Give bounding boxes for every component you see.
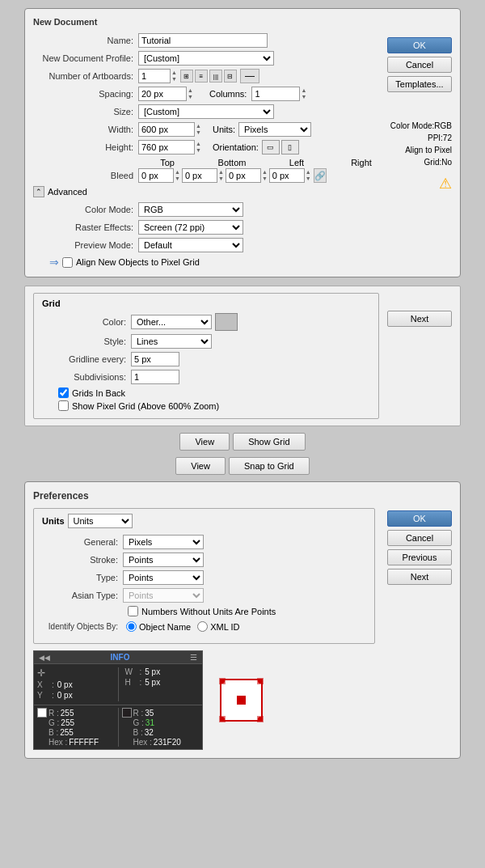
g1-value: 255 [61, 718, 74, 727]
view-snap-grid-row: View Snap to Grid [0, 457, 485, 475]
prefs-next-button[interactable]: Next [387, 569, 452, 585]
units-dropdown[interactable]: Units [68, 514, 133, 528]
grid-color-row: Color: Other... [42, 313, 370, 331]
stroke-select[interactable]: Points [123, 553, 204, 567]
height-input[interactable] [138, 140, 195, 155]
r2-value: 35 [145, 709, 154, 718]
asian-type-row: Asian Type: Points [42, 588, 366, 603]
minus-button[interactable]: — [240, 69, 259, 83]
r2-label: R : [133, 709, 144, 718]
lock-icon[interactable]: 🔗 [314, 168, 327, 183]
width-label: Width: [33, 125, 138, 134]
align-arrow-icon: ⇒ [49, 256, 59, 269]
grid-icon[interactable]: ⊞ [180, 70, 193, 83]
r1-label: R : [48, 709, 59, 718]
general-select[interactable]: Pixels [123, 535, 204, 549]
columns-spinner[interactable]: ▲ ▼ [301, 87, 306, 100]
info-menu-icon[interactable]: ☰ [190, 653, 197, 662]
row-icon[interactable]: ≡ [195, 70, 208, 83]
raster-select[interactable]: Screen (72 ppi) [138, 220, 243, 235]
view-button-2[interactable]: View [175, 457, 226, 475]
identify-label: Identify Objects By: [42, 622, 123, 631]
object-name-option: Object Name [126, 621, 191, 632]
numbers-label: Numbers Without Units Are Points [141, 607, 276, 616]
width-input[interactable] [138, 122, 195, 137]
x-value: 0 px [57, 680, 73, 689]
grid-subdivisions-row: Subdivisions: [42, 370, 370, 384]
grid-style-row: Style: Lines [42, 334, 370, 349]
info-g1-row: G : 255 [37, 718, 115, 727]
color-mode-label: Color Mode: [33, 205, 138, 214]
type-select[interactable]: Points [123, 570, 204, 585]
prefs-title: Preferences [33, 490, 452, 502]
preview-select[interactable]: Default [138, 238, 243, 252]
align-checkbox[interactable] [62, 257, 73, 268]
landscape-button[interactable]: ▯ [281, 140, 299, 155]
bleed-left-label: Left [272, 158, 321, 167]
grid-color-select[interactable]: Other... [131, 315, 212, 329]
bleed-bottom-input[interactable] [182, 168, 217, 183]
units-fieldset: Units Units General: Pixels Stroke: Poin… [33, 508, 375, 644]
bleed-left-input[interactable] [226, 168, 261, 183]
w-value: 5 px [145, 667, 160, 676]
ok-button[interactable]: OK [387, 37, 452, 53]
show-grid-button[interactable]: Show Grid [233, 433, 305, 451]
grids-in-back-row: Grids In Back [58, 387, 370, 398]
grids-in-back-checkbox[interactable] [58, 387, 69, 398]
xml-id-radio[interactable] [197, 621, 208, 632]
cancel-button[interactable]: Cancel [387, 57, 452, 73]
view-button-1[interactable]: View [179, 433, 230, 451]
numbers-checkbox[interactable] [128, 606, 138, 616]
units-header: Units Units [42, 514, 366, 528]
bleed-right-input[interactable] [269, 168, 305, 183]
templates-button[interactable]: Templates... [387, 76, 452, 92]
object-name-radio[interactable] [126, 621, 137, 632]
grid-color-swatch[interactable] [215, 313, 238, 331]
subdivisions-input[interactable] [131, 370, 179, 384]
advanced-toggle[interactable]: ⌃ [33, 186, 44, 197]
col-icon[interactable]: ||| [209, 70, 222, 83]
advanced-section: ⌃ Advanced Color Mode: RGB Raster Effect… [33, 186, 379, 269]
r1-value: 255 [61, 709, 74, 718]
info-ppi: PPI:72 [387, 132, 452, 144]
snap-to-grid-button[interactable]: Snap to Grid [229, 457, 310, 475]
gridline-input[interactable] [131, 352, 179, 366]
info-g2-row: G : 31 [122, 718, 200, 727]
grid-fieldset: Grid Color: Other... Style: Lines Gridli… [33, 293, 379, 419]
color-mode-select[interactable]: RGB [138, 202, 243, 217]
arrange-icon[interactable]: ⊟ [224, 70, 237, 83]
height-spinner[interactable]: ▲ ▼ [196, 141, 201, 154]
units-select[interactable]: Pixels [238, 122, 311, 137]
grid-style-select[interactable]: Lines [131, 334, 212, 349]
name-input[interactable] [138, 33, 268, 48]
name-label: Name: [33, 36, 138, 45]
bleed-bottom-spinner[interactable]: ▲▼ [218, 169, 224, 182]
spacing-input[interactable] [138, 87, 187, 101]
grid-next-button[interactable]: Next [387, 311, 452, 327]
bleed-right-spinner[interactable]: ▲▼ [306, 169, 311, 182]
portrait-button[interactable]: ▭ [262, 140, 280, 155]
h-label: H [125, 678, 137, 687]
bleed-left-spinner[interactable]: ▲▼ [262, 169, 268, 182]
advanced-header[interactable]: ⌃ Advanced [33, 186, 379, 197]
info-color-left: R : 255 G : 255 B : 255 Hex : FFFFFF [37, 708, 115, 747]
width-spinner[interactable]: ▲ ▼ [196, 123, 201, 136]
profile-select[interactable]: [Custom] [138, 51, 274, 66]
bleed-top-input[interactable] [138, 168, 174, 183]
info-collapse-icon[interactable]: ◀◀ [39, 654, 50, 662]
show-pixel-checkbox[interactable] [58, 400, 69, 411]
size-select[interactable]: [Custom] [138, 104, 274, 119]
artboards-spinner[interactable]: ▲ ▼ [171, 70, 177, 83]
hex1-label: Hex : [48, 738, 67, 747]
hex2-value: 231F20 [154, 738, 181, 747]
columns-input[interactable] [251, 87, 300, 101]
prefs-ok-button[interactable]: OK [387, 510, 452, 527]
prefs-cancel-button[interactable]: Cancel [387, 530, 452, 546]
spacing-spinner[interactable]: ▲ ▼ [188, 87, 193, 100]
bleed-top-spinner[interactable]: ▲▼ [175, 169, 180, 182]
asian-type-select[interactable]: Points [123, 588, 204, 603]
prefs-previous-button[interactable]: Previous [387, 549, 452, 565]
info-left-col: ✛ X : 0 px Y : 0 px [37, 667, 112, 701]
artboards-input[interactable] [138, 69, 171, 83]
show-pixel-label: Show Pixel Grid (Above 600% Zoom) [72, 401, 219, 411]
